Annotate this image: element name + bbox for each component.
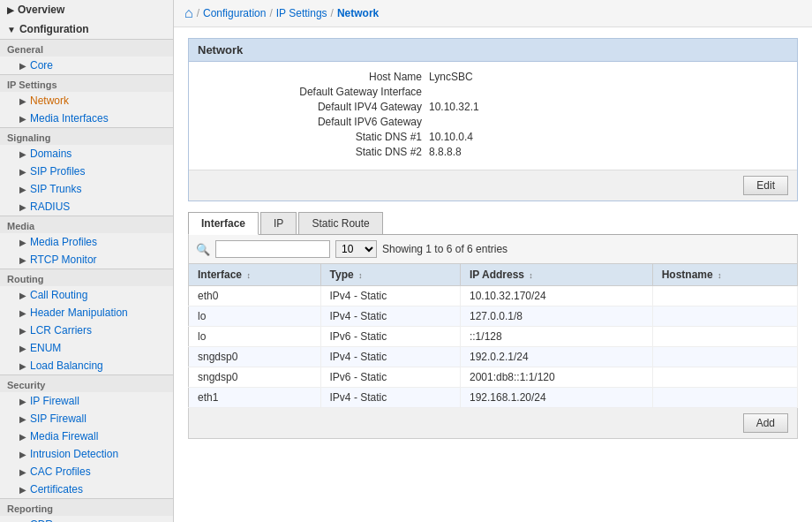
sidebar: ▶ Overview ▼ Configuration General ▶Core… xyxy=(0,0,174,522)
table-cell-hostname xyxy=(652,367,797,388)
sidebar-item-cdr[interactable]: ▶CDR xyxy=(0,516,173,522)
sidebar-section-signaling: Signaling xyxy=(0,127,173,145)
content-area: Network Host Name LyncSBC Default Gatewa… xyxy=(174,27,812,522)
sort-type-icon: ↕ xyxy=(358,271,363,280)
sidebar-item-certificates[interactable]: ▶Certificates xyxy=(0,480,173,498)
info-row-static-dns1: Static DNS #1 10.10.0.4 xyxy=(199,131,786,143)
col-header-ip-address[interactable]: IP Address ↕ xyxy=(460,264,652,286)
sidebar-item-media-firewall[interactable]: ▶Media Firewall xyxy=(0,427,173,445)
sidebar-item-load-balancing[interactable]: ▶Load Balancing xyxy=(0,357,173,374)
edit-button[interactable]: Edit xyxy=(743,176,788,195)
col-header-interface[interactable]: Interface ↕ xyxy=(189,264,321,286)
sidebar-item-enum[interactable]: ▶ENUM xyxy=(0,339,173,357)
table-row: loIPv6 - Static::1/128 xyxy=(189,327,798,347)
tab-interface[interactable]: Interface xyxy=(188,212,259,235)
tab-ip[interactable]: IP xyxy=(260,212,297,234)
sidebar-item-call-routing[interactable]: ▶Call Routing xyxy=(0,286,173,304)
sidebar-item-radius[interactable]: ▶RADIUS xyxy=(0,198,173,216)
breadcrumb: ⌂ / Configuration / IP Settings / Networ… xyxy=(174,0,812,27)
network-panel: Network Host Name LyncSBC Default Gatewa… xyxy=(188,38,798,201)
sidebar-item-domains[interactable]: ▶Domains xyxy=(0,145,173,163)
table-cell-type: IPv4 - Static xyxy=(320,347,460,367)
sidebar-item-media-profiles[interactable]: ▶Media Profiles xyxy=(0,233,173,251)
per-page-select[interactable]: 10 25 50 100 xyxy=(335,240,377,258)
sidebar-section-media: Media xyxy=(0,216,173,233)
breadcrumb-current: Network xyxy=(337,7,379,19)
table-row: eth0IPv4 - Static10.10.32.170/24 xyxy=(189,286,798,306)
sidebar-item-lcr-carriers[interactable]: ▶LCR Carriers xyxy=(0,322,173,339)
sidebar-section-reporting: Reporting xyxy=(0,498,173,516)
network-panel-footer: Edit xyxy=(189,170,797,200)
col-header-type[interactable]: Type ↕ xyxy=(320,264,460,286)
table-cell-interface: eth1 xyxy=(189,388,321,408)
tabs-bar: Interface IP Static Route xyxy=(188,212,798,235)
tab-static-route[interactable]: Static Route xyxy=(298,212,382,234)
sidebar-item-cac-profiles[interactable]: ▶CAC Profiles xyxy=(0,463,173,480)
network-panel-title: Network xyxy=(189,39,797,62)
table-cell-ip_address: 192.0.2.1/24 xyxy=(460,347,652,367)
showing-text: Showing 1 to 6 of 6 entries xyxy=(382,243,508,255)
sidebar-item-sip-trunks[interactable]: ▶SIP Trunks xyxy=(0,180,173,198)
sidebar-section-routing: Routing xyxy=(0,269,173,286)
info-row-default-gw-interface: Default Gateway Interface xyxy=(199,86,786,98)
sort-hostname-icon: ↕ xyxy=(718,271,722,280)
table-cell-hostname xyxy=(652,327,797,347)
table-cell-type: IPv4 - Static xyxy=(320,306,460,327)
breadcrumb-configuration[interactable]: Configuration xyxy=(203,7,266,19)
table-cell-type: IPv4 - Static xyxy=(320,286,460,306)
search-input[interactable] xyxy=(215,240,330,258)
table-cell-type: IPv6 - Static xyxy=(320,367,460,388)
table-cell-hostname xyxy=(652,347,797,367)
table-row: loIPv4 - Static127.0.0.1/8 xyxy=(189,306,798,327)
info-row-default-ipv6-gw: Default IPV6 Gateway xyxy=(199,116,786,128)
table-cell-ip_address: 127.0.0.1/8 xyxy=(460,306,652,327)
sidebar-item-intrusion-detection[interactable]: ▶Intrusion Detection xyxy=(0,445,173,463)
table-cell-hostname xyxy=(652,306,797,327)
table-cell-interface: lo xyxy=(189,306,321,327)
main-content: ⌂ / Configuration / IP Settings / Networ… xyxy=(174,0,812,522)
info-row-default-ipv4-gw: Default IPV4 Gateway 10.10.32.1 xyxy=(199,101,786,113)
sidebar-item-overview[interactable]: ▶ Overview xyxy=(0,0,173,19)
breadcrumb-ip-settings[interactable]: IP Settings xyxy=(276,7,327,19)
table-cell-ip_address: 2001:db8::1:1/120 xyxy=(460,367,652,388)
sidebar-section-ipsettings: IP Settings xyxy=(0,74,173,92)
sidebar-item-rtcp-monitor[interactable]: ▶RTCP Monitor xyxy=(0,251,173,269)
table-cell-type: IPv4 - Static xyxy=(320,388,460,408)
network-panel-body: Host Name LyncSBC Default Gateway Interf… xyxy=(189,62,797,170)
sidebar-section-security: Security xyxy=(0,374,173,392)
table-row: sngdsp0IPv6 - Static2001:db8::1:1/120 xyxy=(189,367,798,388)
table-cell-hostname xyxy=(652,286,797,306)
search-icon: 🔍 xyxy=(196,243,210,256)
overview-arrow-icon: ▶ xyxy=(7,5,14,15)
table-cell-hostname xyxy=(652,388,797,408)
sidebar-section-general: General xyxy=(0,39,173,57)
table-cell-ip_address: ::1/128 xyxy=(460,327,652,347)
add-button[interactable]: Add xyxy=(743,413,788,433)
table-cell-type: IPv6 - Static xyxy=(320,327,460,347)
table-cell-interface: eth0 xyxy=(189,286,321,306)
col-header-hostname[interactable]: Hostname ↕ xyxy=(652,264,797,286)
sidebar-item-sip-profiles[interactable]: ▶SIP Profiles xyxy=(0,163,173,180)
table-cell-ip_address: 192.168.1.20/24 xyxy=(460,388,652,408)
table-cell-interface: lo xyxy=(189,327,321,347)
table-row: sngdsp0IPv4 - Static192.0.2.1/24 xyxy=(189,347,798,367)
info-row-static-dns2: Static DNS #2 8.8.8.8 xyxy=(199,146,786,158)
table-cell-interface: sngdsp0 xyxy=(189,367,321,388)
sidebar-item-sip-firewall[interactable]: ▶SIP Firewall xyxy=(0,410,173,427)
sidebar-item-ip-firewall[interactable]: ▶IP Firewall xyxy=(0,392,173,410)
table-cell-interface: sngdsp0 xyxy=(189,347,321,367)
info-row-hostname: Host Name LyncSBC xyxy=(199,71,786,83)
sidebar-item-network[interactable]: ▶Network xyxy=(0,92,173,110)
sidebar-item-configuration[interactable]: ▼ Configuration xyxy=(0,19,173,39)
sidebar-item-core[interactable]: ▶Core xyxy=(0,57,173,74)
config-arrow-icon: ▼ xyxy=(7,25,16,34)
table-controls: 🔍 10 25 50 100 Showing 1 to 6 of 6 entri… xyxy=(188,235,798,264)
interface-table: Interface ↕ Type ↕ IP Address ↕ Hostname… xyxy=(188,264,798,408)
sort-ip-icon: ↕ xyxy=(529,271,533,280)
table-cell-ip_address: 10.10.32.170/24 xyxy=(460,286,652,306)
table-footer: Add xyxy=(188,408,798,439)
sidebar-item-header-manipulation[interactable]: ▶Header Manipulation xyxy=(0,304,173,322)
home-icon[interactable]: ⌂ xyxy=(184,5,193,21)
sort-interface-icon: ↕ xyxy=(246,271,251,280)
sidebar-item-media-interfaces[interactable]: ▶Media Interfaces xyxy=(0,110,173,127)
